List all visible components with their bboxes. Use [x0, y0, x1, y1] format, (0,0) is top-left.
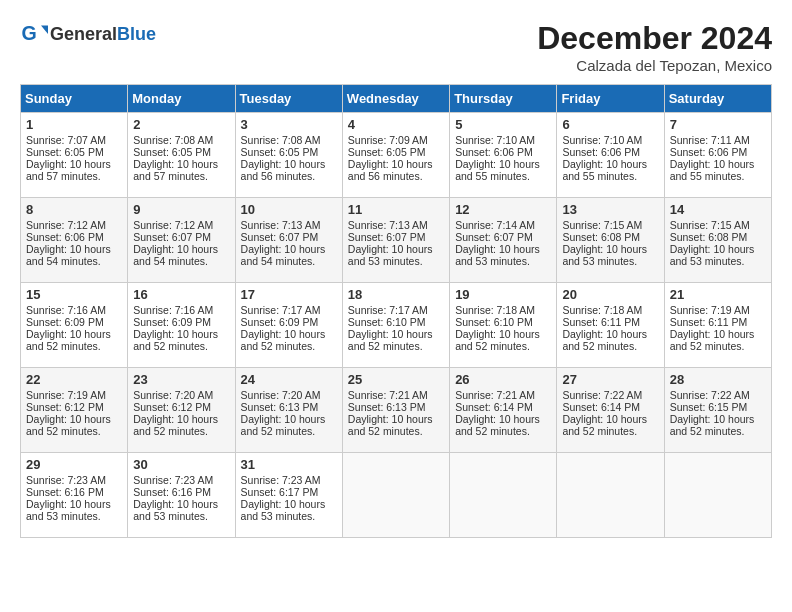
main-title: December 2024 — [537, 20, 772, 57]
sunrise-text: Sunrise: 7:11 AM — [670, 134, 766, 146]
day-number: 2 — [133, 117, 229, 132]
weekday-header-tuesday: Tuesday — [235, 85, 342, 113]
svg-text:G: G — [21, 22, 36, 44]
day-number: 14 — [670, 202, 766, 217]
sunset-text: Sunset: 6:06 PM — [670, 146, 766, 158]
sunset-text: Sunset: 6:14 PM — [562, 401, 658, 413]
daylight-text: Daylight: 10 hours and 52 minutes. — [26, 413, 122, 437]
calendar-cell: 8Sunrise: 7:12 AMSunset: 6:06 PMDaylight… — [21, 198, 128, 283]
sunset-text: Sunset: 6:08 PM — [562, 231, 658, 243]
calendar-cell: 20Sunrise: 7:18 AMSunset: 6:11 PMDayligh… — [557, 283, 664, 368]
calendar-cell: 3Sunrise: 7:08 AMSunset: 6:05 PMDaylight… — [235, 113, 342, 198]
logo-icon: G — [20, 20, 48, 48]
day-number: 22 — [26, 372, 122, 387]
sunset-text: Sunset: 6:07 PM — [133, 231, 229, 243]
sunset-text: Sunset: 6:05 PM — [26, 146, 122, 158]
daylight-text: Daylight: 10 hours and 53 minutes. — [133, 498, 229, 522]
sunset-text: Sunset: 6:05 PM — [348, 146, 444, 158]
calendar-cell: 29Sunrise: 7:23 AMSunset: 6:16 PMDayligh… — [21, 453, 128, 538]
sunrise-text: Sunrise: 7:21 AM — [455, 389, 551, 401]
sunset-text: Sunset: 6:07 PM — [455, 231, 551, 243]
sunset-text: Sunset: 6:06 PM — [455, 146, 551, 158]
sunset-text: Sunset: 6:15 PM — [670, 401, 766, 413]
daylight-text: Daylight: 10 hours and 52 minutes. — [455, 413, 551, 437]
calendar-cell: 13Sunrise: 7:15 AMSunset: 6:08 PMDayligh… — [557, 198, 664, 283]
calendar-cell: 15Sunrise: 7:16 AMSunset: 6:09 PMDayligh… — [21, 283, 128, 368]
day-number: 31 — [241, 457, 337, 472]
daylight-text: Daylight: 10 hours and 52 minutes. — [562, 413, 658, 437]
weekday-header-row: SundayMondayTuesdayWednesdayThursdayFrid… — [21, 85, 772, 113]
sunrise-text: Sunrise: 7:12 AM — [133, 219, 229, 231]
day-number: 10 — [241, 202, 337, 217]
weekday-header-monday: Monday — [128, 85, 235, 113]
daylight-text: Daylight: 10 hours and 52 minutes. — [670, 413, 766, 437]
daylight-text: Daylight: 10 hours and 56 minutes. — [241, 158, 337, 182]
calendar-cell: 27Sunrise: 7:22 AMSunset: 6:14 PMDayligh… — [557, 368, 664, 453]
sunset-text: Sunset: 6:09 PM — [241, 316, 337, 328]
daylight-text: Daylight: 10 hours and 53 minutes. — [241, 498, 337, 522]
calendar-cell: 12Sunrise: 7:14 AMSunset: 6:07 PMDayligh… — [450, 198, 557, 283]
sunrise-text: Sunrise: 7:18 AM — [455, 304, 551, 316]
calendar-cell: 6Sunrise: 7:10 AMSunset: 6:06 PMDaylight… — [557, 113, 664, 198]
sunset-text: Sunset: 6:05 PM — [241, 146, 337, 158]
daylight-text: Daylight: 10 hours and 52 minutes. — [26, 328, 122, 352]
sunrise-text: Sunrise: 7:09 AM — [348, 134, 444, 146]
sunrise-text: Sunrise: 7:22 AM — [562, 389, 658, 401]
sunset-text: Sunset: 6:05 PM — [133, 146, 229, 158]
sunset-text: Sunset: 6:09 PM — [133, 316, 229, 328]
daylight-text: Daylight: 10 hours and 53 minutes. — [26, 498, 122, 522]
sunrise-text: Sunrise: 7:23 AM — [26, 474, 122, 486]
sub-title: Calzada del Tepozan, Mexico — [537, 57, 772, 74]
calendar-cell: 14Sunrise: 7:15 AMSunset: 6:08 PMDayligh… — [664, 198, 771, 283]
sunrise-text: Sunrise: 7:17 AM — [241, 304, 337, 316]
sunrise-text: Sunrise: 7:13 AM — [241, 219, 337, 231]
day-number: 12 — [455, 202, 551, 217]
daylight-text: Daylight: 10 hours and 52 minutes. — [241, 328, 337, 352]
day-number: 4 — [348, 117, 444, 132]
calendar-cell: 26Sunrise: 7:21 AMSunset: 6:14 PMDayligh… — [450, 368, 557, 453]
sunrise-text: Sunrise: 7:20 AM — [133, 389, 229, 401]
svg-marker-1 — [41, 26, 48, 34]
sunset-text: Sunset: 6:16 PM — [133, 486, 229, 498]
daylight-text: Daylight: 10 hours and 52 minutes. — [455, 328, 551, 352]
day-number: 11 — [348, 202, 444, 217]
daylight-text: Daylight: 10 hours and 52 minutes. — [670, 328, 766, 352]
calendar-cell — [664, 453, 771, 538]
calendar-cell: 31Sunrise: 7:23 AMSunset: 6:17 PMDayligh… — [235, 453, 342, 538]
sunset-text: Sunset: 6:13 PM — [241, 401, 337, 413]
sunrise-text: Sunrise: 7:12 AM — [26, 219, 122, 231]
sunset-text: Sunset: 6:10 PM — [348, 316, 444, 328]
calendar-cell — [557, 453, 664, 538]
sunrise-text: Sunrise: 7:14 AM — [455, 219, 551, 231]
day-number: 15 — [26, 287, 122, 302]
week-row-5: 29Sunrise: 7:23 AMSunset: 6:16 PMDayligh… — [21, 453, 772, 538]
sunrise-text: Sunrise: 7:13 AM — [348, 219, 444, 231]
day-number: 18 — [348, 287, 444, 302]
sunset-text: Sunset: 6:10 PM — [455, 316, 551, 328]
calendar-cell: 30Sunrise: 7:23 AMSunset: 6:16 PMDayligh… — [128, 453, 235, 538]
logo-blue: Blue — [117, 24, 156, 44]
sunrise-text: Sunrise: 7:20 AM — [241, 389, 337, 401]
sunrise-text: Sunrise: 7:23 AM — [133, 474, 229, 486]
sunrise-text: Sunrise: 7:23 AM — [241, 474, 337, 486]
day-number: 28 — [670, 372, 766, 387]
calendar-cell: 22Sunrise: 7:19 AMSunset: 6:12 PMDayligh… — [21, 368, 128, 453]
sunset-text: Sunset: 6:07 PM — [348, 231, 444, 243]
calendar-cell: 11Sunrise: 7:13 AMSunset: 6:07 PMDayligh… — [342, 198, 449, 283]
day-number: 6 — [562, 117, 658, 132]
calendar-cell: 9Sunrise: 7:12 AMSunset: 6:07 PMDaylight… — [128, 198, 235, 283]
calendar-cell: 10Sunrise: 7:13 AMSunset: 6:07 PMDayligh… — [235, 198, 342, 283]
daylight-text: Daylight: 10 hours and 54 minutes. — [241, 243, 337, 267]
calendar-cell: 1Sunrise: 7:07 AMSunset: 6:05 PMDaylight… — [21, 113, 128, 198]
daylight-text: Daylight: 10 hours and 54 minutes. — [133, 243, 229, 267]
sunrise-text: Sunrise: 7:19 AM — [670, 304, 766, 316]
day-number: 24 — [241, 372, 337, 387]
sunset-text: Sunset: 6:11 PM — [670, 316, 766, 328]
calendar-cell: 21Sunrise: 7:19 AMSunset: 6:11 PMDayligh… — [664, 283, 771, 368]
daylight-text: Daylight: 10 hours and 53 minutes. — [670, 243, 766, 267]
sunrise-text: Sunrise: 7:17 AM — [348, 304, 444, 316]
calendar-cell: 17Sunrise: 7:17 AMSunset: 6:09 PMDayligh… — [235, 283, 342, 368]
calendar-table: SundayMondayTuesdayWednesdayThursdayFrid… — [20, 84, 772, 538]
day-number: 19 — [455, 287, 551, 302]
daylight-text: Daylight: 10 hours and 52 minutes. — [562, 328, 658, 352]
